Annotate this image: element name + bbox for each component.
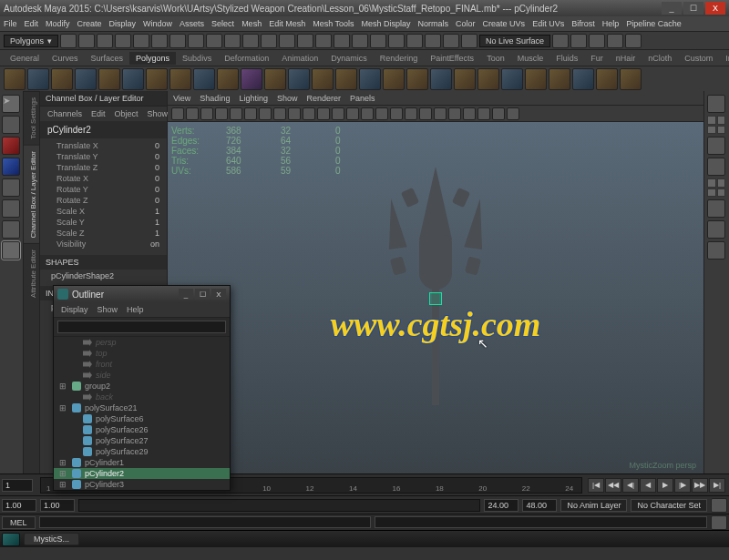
vp-tool-icon[interactable]: [215, 107, 228, 120]
play-back-button[interactable]: ◀: [640, 478, 656, 493]
vp-tool-icon[interactable]: [507, 107, 519, 120]
vp-tool-icon[interactable]: [405, 107, 417, 120]
shelf-icon[interactable]: [454, 68, 476, 90]
tool-icon[interactable]: [188, 34, 204, 48]
vp-menu-panels[interactable]: Panels: [350, 94, 375, 103]
shape-node[interactable]: pCylinderShape2: [40, 270, 167, 282]
tool-icon[interactable]: [370, 34, 386, 48]
layout-icon[interactable]: [707, 220, 725, 239]
tool-icon[interactable]: [206, 34, 222, 48]
vp-tool-icon[interactable]: [346, 107, 359, 120]
shelf-icon[interactable]: [620, 68, 642, 90]
vp-tool-icon[interactable]: [288, 107, 301, 120]
layout-grid-icon[interactable]: [707, 178, 725, 197]
tool-icon[interactable]: [133, 34, 149, 48]
expand-icon[interactable]: ⊞: [59, 382, 68, 391]
shelf-icon[interactable]: [75, 68, 97, 90]
rotate-tool-icon[interactable]: [2, 158, 20, 176]
layout-icon[interactable]: [707, 158, 725, 176]
shelf-tab-general[interactable]: General: [4, 52, 46, 65]
command-input[interactable]: [39, 516, 372, 528]
shelf-tab-rendering[interactable]: Rendering: [374, 52, 425, 65]
shelf-tab-curves[interactable]: Curves: [46, 52, 85, 65]
expand-icon[interactable]: ⊞: [59, 469, 68, 478]
manip-tool-icon[interactable]: [2, 199, 20, 218]
vp-tool-icon[interactable]: [361, 107, 374, 120]
shelf-icon[interactable]: [312, 68, 334, 90]
script-lang-dropdown[interactable]: MEL: [2, 516, 36, 529]
shelf-icon[interactable]: [406, 68, 428, 90]
menu-select[interactable]: Select: [211, 19, 234, 28]
vp-menu-show[interactable]: Show: [277, 94, 298, 103]
layout-icon[interactable]: [707, 241, 725, 260]
vp-tool-icon[interactable]: [303, 107, 315, 120]
shelf-tab-subdivs[interactable]: Subdivs: [176, 52, 218, 65]
move-tool-icon[interactable]: [2, 137, 20, 155]
range-end-outer[interactable]: [522, 499, 557, 512]
tool-icon[interactable]: [388, 34, 405, 48]
menu-normals[interactable]: Normals: [418, 19, 449, 28]
attr-row[interactable]: Scale Y1: [40, 217, 167, 228]
tool-icon[interactable]: [552, 34, 569, 48]
menu-window[interactable]: Window: [143, 19, 172, 28]
key-back-button[interactable]: ◀|: [622, 478, 639, 493]
goto-end-button[interactable]: ▶|: [709, 478, 725, 493]
vp-tool-icon[interactable]: [244, 107, 257, 120]
object-name-field[interactable]: pCylinder2: [40, 121, 167, 138]
shelf-icon[interactable]: [217, 68, 239, 90]
current-frame-field[interactable]: [2, 479, 33, 492]
menu-color[interactable]: Color: [456, 19, 476, 28]
outliner-item[interactable]: front: [54, 359, 230, 370]
ol-menu-show[interactable]: Show: [98, 305, 118, 314]
scale-tool-icon[interactable]: [2, 178, 20, 197]
expand-icon[interactable]: ⊞: [59, 480, 68, 489]
outliner-item[interactable]: polySurface27: [54, 435, 230, 446]
attr-row[interactable]: Translate Y0: [40, 151, 167, 162]
vp-tool-icon[interactable]: [186, 107, 199, 120]
vp-tool-icon[interactable]: [171, 107, 184, 120]
ol-menu-help[interactable]: Help: [127, 305, 144, 314]
shelf-tab-toon[interactable]: Toon: [480, 52, 511, 65]
tool-icon[interactable]: [352, 34, 368, 48]
tool-icon[interactable]: [315, 34, 332, 48]
attr-row[interactable]: Scale Z1: [40, 228, 167, 239]
shelf-tab-deformation[interactable]: Deformation: [218, 52, 275, 65]
shelf-icon[interactable]: [193, 68, 215, 90]
shelf-icon[interactable]: [146, 68, 168, 90]
shelf-tab-nhair[interactable]: nHair: [610, 52, 642, 65]
shelf-tab-painteffects[interactable]: PaintEffects: [424, 52, 480, 65]
shelf-icon[interactable]: [430, 68, 452, 90]
key-forward-button[interactable]: |▶: [674, 478, 691, 493]
goto-start-button[interactable]: |◀: [588, 478, 604, 493]
outliner-min-button[interactable]: _: [179, 289, 193, 300]
shelf-tab-fluids[interactable]: Fluids: [549, 52, 584, 65]
vp-tool-icon[interactable]: [332, 107, 344, 120]
menu-assets[interactable]: Assets: [180, 19, 204, 28]
tool-icon[interactable]: [97, 34, 113, 48]
outliner-close-button[interactable]: X: [211, 289, 226, 300]
menu-help[interactable]: Help: [602, 19, 620, 28]
shelf-icon[interactable]: [98, 68, 120, 90]
tool-icon[interactable]: [406, 34, 423, 48]
tool-icon[interactable]: [115, 34, 131, 48]
shelf-tab-custom[interactable]: Custom: [678, 52, 719, 65]
shelf-icon[interactable]: [27, 68, 49, 90]
vp-menu-view[interactable]: View: [173, 94, 190, 103]
menu-edit[interactable]: Edit: [25, 19, 39, 28]
shelf-icon[interactable]: [169, 68, 191, 90]
outliner-item[interactable]: top: [54, 348, 230, 359]
last-tool-icon[interactable]: [2, 241, 20, 260]
shelf-icon[interactable]: [288, 68, 310, 90]
attr-row[interactable]: Translate Z0: [40, 162, 167, 173]
side-tab-channel-box[interactable]: Channel Box / Layer Editor: [24, 145, 39, 244]
ol-menu-display[interactable]: Display: [61, 305, 88, 314]
play-forward-button[interactable]: ▶: [657, 478, 673, 493]
menu-file[interactable]: File: [4, 19, 17, 28]
vp-menu-shading[interactable]: Shading: [200, 94, 230, 103]
menu-bifrost[interactable]: Bifrost: [571, 19, 595, 28]
attr-row[interactable]: Rotate Y0: [40, 184, 167, 195]
vp-tool-icon[interactable]: [200, 107, 213, 120]
shelf-icon[interactable]: [525, 68, 547, 90]
transform-manipulator-icon[interactable]: [429, 292, 442, 305]
tool-icon[interactable]: [169, 34, 186, 48]
